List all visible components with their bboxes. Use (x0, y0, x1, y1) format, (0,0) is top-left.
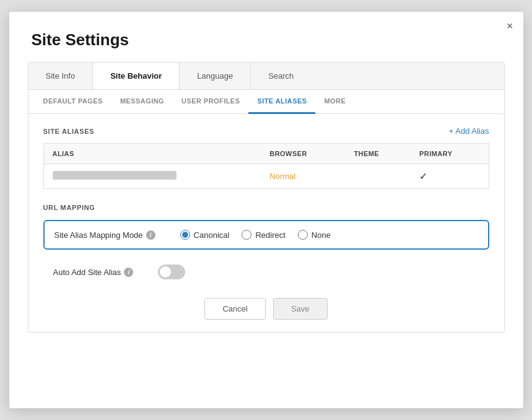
toggle-slider (158, 265, 185, 279)
subtab-messaging[interactable]: MESSAGING (111, 90, 173, 114)
primary-cell: ✓ (411, 164, 489, 189)
tab-language[interactable]: Language (180, 63, 251, 89)
subtab-user-profiles[interactable]: USER PROFILES (173, 90, 248, 114)
radio-none[interactable]: None (298, 230, 331, 240)
col-browser: BROWSER (261, 144, 345, 164)
alias-cell (43, 164, 261, 189)
add-alias-button[interactable]: + Add Alias (449, 126, 489, 136)
mapping-mode-label: Site Alias Mapping Mode i (55, 230, 155, 240)
page-title: Site Settings (9, 12, 523, 62)
footer-buttons: Cancel Save (43, 298, 489, 320)
table-header-row: ALIAS BROWSER THEME PRIMARY (43, 144, 489, 164)
top-tabs: Site Info Site Behavior Language Search (28, 63, 504, 90)
auto-add-toggle[interactable] (158, 265, 185, 279)
radio-redirect-input[interactable] (242, 230, 251, 240)
mapping-mode-info-icon: i (146, 230, 155, 240)
close-button[interactable]: × (507, 20, 513, 32)
radio-canonical-label: Canonical (194, 230, 230, 240)
alias-value-blurred (53, 171, 177, 180)
col-primary: PRIMARY (411, 144, 489, 164)
radio-group-mapping: Canonical Redirect None (180, 230, 478, 240)
tab-site-behavior[interactable]: Site Behavior (93, 63, 180, 89)
subtab-more[interactable]: MORE (315, 90, 354, 114)
auto-add-row: Auto Add Site Alias i (43, 258, 489, 286)
radio-canonical[interactable]: Canonical (180, 230, 230, 240)
auto-add-label: Auto Add Site Alias i (53, 268, 134, 277)
url-mapping-title: URL MAPPING (43, 204, 489, 211)
primary-checkmark: ✓ (419, 171, 427, 182)
tab-site-info[interactable]: Site Info (28, 63, 94, 89)
cancel-button[interactable]: Cancel (204, 298, 265, 320)
site-aliases-title: SITE ALIASES (43, 128, 95, 135)
subtab-site-aliases[interactable]: SITE ALIASES (248, 90, 315, 114)
browser-cell: Normal (261, 164, 345, 189)
site-settings-modal: × Site Settings Site Info Site Behavior … (9, 12, 523, 408)
tab-container: Site Info Site Behavior Language Search … (28, 62, 505, 333)
auto-add-label-text: Auto Add Site Alias (53, 268, 121, 277)
save-button[interactable]: Save (273, 298, 328, 320)
theme-cell (345, 164, 411, 189)
subtab-default-pages[interactable]: DEFAULT PAGES (35, 90, 111, 114)
content-area: SITE ALIASES + Add Alias ALIAS BROWSER T… (28, 114, 504, 332)
mapping-mode-label-text: Site Alias Mapping Mode (55, 230, 143, 240)
browser-value: Normal (269, 172, 295, 181)
col-theme: THEME (345, 144, 411, 164)
auto-add-info-icon: i (124, 268, 133, 277)
radio-canonical-input[interactable] (180, 230, 190, 240)
table-row: Normal ✓ (43, 164, 489, 189)
sub-tabs: DEFAULT PAGES MESSAGING USER PROFILES SI… (28, 90, 504, 114)
radio-redirect-label: Redirect (255, 230, 285, 240)
col-alias: ALIAS (43, 144, 261, 164)
tab-search[interactable]: Search (251, 63, 311, 89)
radio-none-input[interactable] (298, 230, 308, 240)
alias-table: ALIAS BROWSER THEME PRIMARY Normal (43, 143, 489, 189)
radio-none-label: None (312, 230, 331, 240)
mapping-mode-row: Site Alias Mapping Mode i Canonical Redi… (43, 220, 489, 250)
site-aliases-header: SITE ALIASES + Add Alias (43, 126, 489, 136)
radio-redirect[interactable]: Redirect (242, 230, 285, 240)
